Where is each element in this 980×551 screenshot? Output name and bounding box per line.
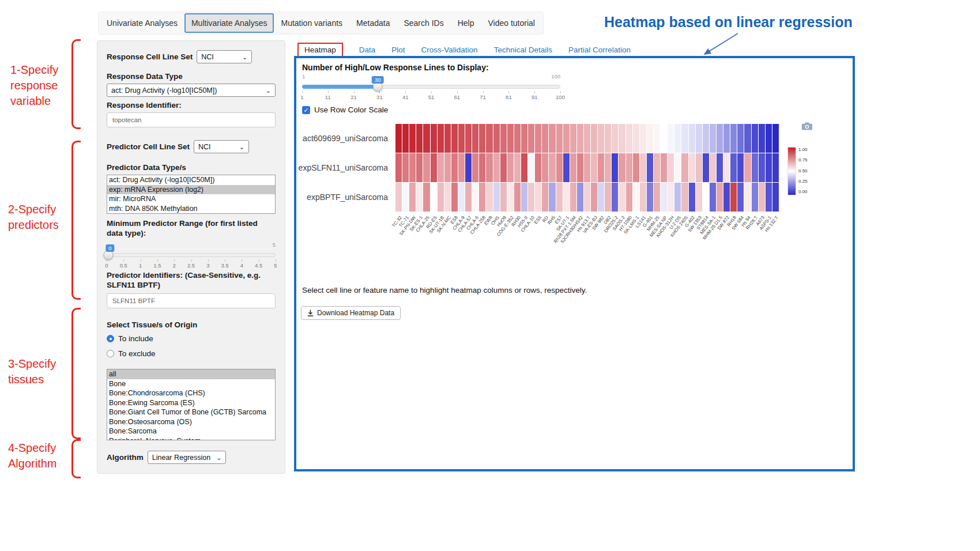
listbox-option[interactable]: act: Drug Activity (-log10[IC50M]) — [107, 175, 275, 185]
heatmap-cell[interactable] — [766, 183, 772, 212]
heatmap-cell[interactable] — [472, 124, 478, 153]
tab-technical-details[interactable]: Technical Details — [494, 46, 552, 54]
heatmap-cell[interactable] — [654, 153, 660, 182]
heatmap-cell[interactable] — [514, 153, 521, 182]
heatmap-cell[interactable] — [521, 153, 527, 182]
heatmap-cell[interactable] — [633, 183, 639, 212]
heatmap-cell[interactable] — [717, 153, 723, 182]
heatmap-cell[interactable] — [409, 153, 416, 182]
heatmap-row-label[interactable]: expSLFN11_uniSarcoma — [296, 153, 392, 183]
heatmap-cell[interactable] — [689, 124, 695, 153]
slider-track[interactable] — [107, 253, 276, 257]
heatmap-cell[interactable] — [626, 183, 632, 212]
predictor-data-type-listbox[interactable]: act: Drug Activity (-log10[IC50M])exp: m… — [107, 175, 276, 214]
heatmap-cell[interactable] — [402, 124, 409, 153]
heatmap-cell[interactable] — [431, 183, 437, 212]
heatmap-cell[interactable] — [458, 183, 465, 212]
response-identifier-input[interactable]: topotecan — [107, 112, 276, 127]
heatmap-cell[interactable] — [486, 153, 492, 182]
heatmap-cell[interactable] — [654, 183, 660, 212]
heatmap-cell[interactable] — [500, 153, 507, 182]
heatmap-cell[interactable] — [563, 124, 570, 153]
heatmap-cell[interactable] — [598, 124, 604, 153]
heatmap-cell[interactable] — [772, 183, 779, 212]
tab-heatmap[interactable]: Heatmap — [297, 43, 343, 57]
heatmap-cell[interactable] — [584, 124, 590, 153]
heatmap-cell[interactable] — [710, 153, 716, 182]
listbox-option[interactable]: Bone — [107, 379, 275, 389]
heatmap-cell[interactable] — [654, 124, 660, 153]
heatmap-cell[interactable] — [744, 124, 751, 153]
heatmap-cell[interactable] — [542, 183, 548, 212]
listbox-option[interactable]: Peripheral_Nervous_System — [107, 436, 275, 441]
download-heatmap-data-button[interactable]: Download Heatmap Data — [301, 306, 401, 320]
nav-tab-mutation-variants[interactable]: Mutation variants — [274, 13, 349, 33]
heatmap-cell[interactable] — [507, 183, 514, 212]
heatmap-cell[interactable] — [542, 124, 548, 153]
heatmap-cell[interactable] — [423, 153, 429, 182]
heatmap-cell[interactable] — [458, 124, 465, 153]
nav-tab-help[interactable]: Help — [451, 13, 481, 33]
heatmap-cell[interactable] — [409, 183, 416, 212]
heatmap-cell[interactable] — [674, 153, 681, 182]
heatmap-cell[interactable] — [752, 183, 758, 212]
heatmap-cell[interactable] — [438, 153, 444, 182]
heatmap-cell[interactable] — [556, 124, 563, 153]
heatmap-cell[interactable] — [431, 153, 437, 182]
heatmap-cell[interactable] — [710, 124, 716, 153]
heatmap-cell[interactable] — [681, 153, 688, 182]
heatmap-cell[interactable] — [465, 153, 472, 182]
heatmap-cell[interactable] — [563, 153, 570, 182]
heatmap-cell[interactable] — [570, 153, 576, 182]
heatmap-cell[interactable] — [563, 183, 570, 212]
heatmap-cell[interactable] — [612, 124, 618, 153]
heatmap-cell[interactable] — [395, 124, 402, 153]
heatmap-cell[interactable] — [647, 124, 653, 153]
nav-tab-univariate-analyses[interactable]: Univariate Analyses — [100, 13, 184, 33]
heatmap-cell[interactable] — [619, 124, 625, 153]
heatmap-cell[interactable] — [605, 183, 611, 212]
heatmap-cell[interactable] — [744, 153, 751, 182]
heatmap-cell[interactable] — [577, 153, 583, 182]
heatmap-cell[interactable] — [458, 153, 465, 182]
heatmap-cell[interactable] — [668, 183, 674, 212]
heatmap-cell[interactable] — [395, 153, 402, 182]
listbox-option[interactable]: exp: mRNA Expression (log2) — [107, 185, 275, 195]
heatmap-cell[interactable] — [598, 183, 604, 212]
heatmap-cell[interactable] — [737, 183, 744, 212]
heatmap-cell[interactable] — [730, 153, 737, 182]
heatmap-cell[interactable] — [535, 153, 541, 182]
heatmap-cell[interactable] — [703, 183, 709, 212]
heatmap-cell[interactable] — [500, 183, 507, 212]
heatmap-cell[interactable] — [431, 124, 437, 153]
heatmap-cell[interactable] — [549, 124, 555, 153]
heatmap-cell[interactable] — [752, 124, 758, 153]
heatmap-cell[interactable] — [647, 183, 653, 212]
heatmap-cell[interactable] — [479, 124, 485, 153]
heatmap-cell[interactable] — [416, 153, 423, 182]
listbox-option[interactable]: Bone:Osteosarcoma (OS) — [107, 417, 275, 427]
heatmap-cell[interactable] — [717, 124, 723, 153]
heatmap-cell[interactable] — [444, 153, 451, 182]
tab-partial-correlation[interactable]: Partial Correlation — [568, 46, 631, 54]
heatmap-cell[interactable] — [423, 124, 429, 153]
heatmap-cell[interactable] — [438, 124, 444, 153]
heatmap-cell[interactable] — [521, 183, 527, 212]
heatmap-cell[interactable] — [528, 183, 534, 212]
tissue-exclude-radio[interactable]: To exclude — [107, 348, 276, 360]
heatmap-cell[interactable] — [759, 183, 765, 212]
predictor-identifiers-input[interactable]: SLFN11 BPTF — [107, 293, 276, 308]
heatmap-cell[interactable] — [730, 183, 737, 212]
heatmap-cell[interactable] — [493, 124, 500, 153]
heatmap-cell[interactable] — [612, 153, 618, 182]
heatmap-cell[interactable] — [584, 153, 590, 182]
heatmap-cell[interactable] — [661, 183, 667, 212]
tissue-listbox[interactable]: allBoneBone:Chondrosarcoma (CHS)Bone:Ewi… — [107, 369, 276, 440]
heatmap-cell[interactable] — [528, 153, 534, 182]
heatmap-row-label[interactable]: act609699_uniSarcoma — [296, 124, 392, 153]
heatmap-cell[interactable] — [479, 183, 485, 212]
heatmap-cell[interactable] — [640, 183, 646, 212]
heatmap-cell[interactable] — [542, 153, 548, 182]
heatmap-cell[interactable] — [416, 183, 423, 212]
heatmap-cell[interactable] — [674, 183, 681, 212]
